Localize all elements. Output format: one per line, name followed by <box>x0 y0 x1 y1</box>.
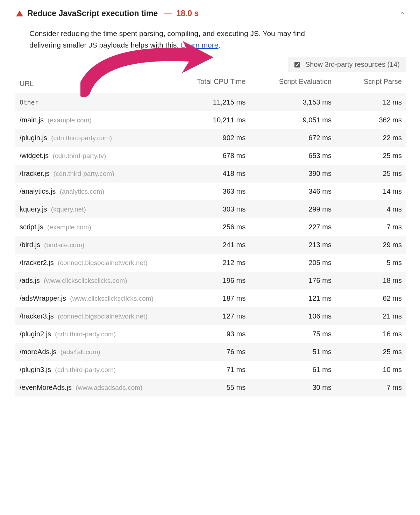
script-path: /tracker2.js <box>20 259 54 266</box>
cell-parse: 10 ms <box>336 361 406 379</box>
script-host: (cdn.third-party.com) <box>53 330 116 338</box>
cell-eval: 653 ms <box>250 147 336 165</box>
audit-title: Reduce JavaScript execution time <box>27 9 158 18</box>
cell-url: /tracker.js (cdn.third-party.com) <box>15 165 183 183</box>
cell-parse: 4 ms <box>336 200 406 218</box>
cell-parse: 362 ms <box>336 111 406 129</box>
cell-eval: 3,153 ms <box>250 93 336 111</box>
script-path: /plugin3.js <box>20 366 51 373</box>
cell-url: /plugin2.js (cdn.third-party.com) <box>15 325 183 343</box>
table-row: /moreAds.js (ads4all.com)76 ms51 ms25 ms <box>15 343 406 361</box>
script-host: (www.clicksclicksclicks.com) <box>42 277 127 284</box>
cell-eval: 390 ms <box>250 165 336 183</box>
cell-parse: 62 ms <box>336 289 406 307</box>
cell-url: /analytics.js (analytics.com) <box>15 183 183 200</box>
cell-cpu: 212 ms <box>183 254 250 272</box>
cell-parse: 29 ms <box>336 236 406 254</box>
cell-cpu: 418 ms <box>183 165 250 183</box>
cell-cpu: 76 ms <box>183 343 250 361</box>
cell-eval: 9,051 ms <box>250 111 336 129</box>
script-path: /analytics.js <box>20 187 56 195</box>
cell-parse: 7 ms <box>336 379 406 396</box>
cell-cpu: 678 ms <box>183 147 250 165</box>
cell-parse: 25 ms <box>336 165 406 183</box>
table-row: /main.js (example.com)10,211 ms9,051 ms3… <box>15 111 406 129</box>
cell-cpu: 256 ms <box>183 218 250 236</box>
script-host: (cdn.third-party.com) <box>53 366 116 373</box>
cell-cpu: 11,215 ms <box>183 93 250 111</box>
cell-url: /plugin3.js (cdn.third-party.com) <box>15 361 183 379</box>
table-header-row: URL Total CPU Time Script Evaluation Scr… <box>15 74 406 93</box>
table-row: /plugin.js (cdn.third-party.com)902 ms67… <box>15 129 406 147</box>
chevron-up-icon <box>400 10 405 15</box>
cell-url: /tracker3.js (connect.bigsocialnetwork.n… <box>15 307 183 325</box>
table-row: /tracker.js (cdn.third-party.com)418 ms3… <box>15 165 406 183</box>
audit-timing: 18.0 s <box>176 9 199 18</box>
script-host: (analytics.com) <box>58 188 104 195</box>
learn-more-link[interactable]: Learn more <box>181 41 218 49</box>
cell-url: /moreAds.js (ads4all.com) <box>15 343 183 361</box>
script-path: /tracker.js <box>20 170 50 177</box>
cell-parse: 14 ms <box>336 183 406 200</box>
script-host: (cdn.third-party.tv) <box>51 152 106 159</box>
cell-url: /plugin.js (cdn.third-party.com) <box>15 129 183 147</box>
script-host: (birdsite.com) <box>42 241 84 249</box>
timing-dash: — <box>164 9 172 18</box>
script-host: (cdn.third-party.com) <box>52 170 114 177</box>
table-row: /adsWrapper.js (www.clicksclicksclicks.c… <box>15 289 406 307</box>
cell-url: /tracker2.js (connect.bigsocialnetwork.n… <box>15 254 183 272</box>
cell-cpu: 10,211 ms <box>183 111 250 129</box>
cell-eval: 299 ms <box>250 200 336 218</box>
table-row: /widget.js (cdn.third-party.tv)678 ms653… <box>15 147 406 165</box>
cell-parse: 22 ms <box>336 129 406 147</box>
cell-url: script.js (example.com) <box>15 218 183 236</box>
script-path: /main.js <box>20 116 44 124</box>
script-path: /plugin.js <box>20 134 47 142</box>
desc-post: . <box>218 41 220 49</box>
script-path: script.js <box>20 223 43 231</box>
cell-eval: 121 ms <box>250 289 336 307</box>
cell-url: /evenMoreAds.js (www.adsadsads.com) <box>15 379 183 396</box>
third-party-toggle[interactable]: Show 3rd-party resources (14) <box>288 57 406 72</box>
script-host: (kquery.net) <box>49 206 86 213</box>
cell-eval: 176 ms <box>250 272 336 289</box>
fail-triangle-icon <box>16 10 23 16</box>
audit-panel: Reduce JavaScript execution time — 18.0 … <box>0 0 420 407</box>
script-path: /evenMoreAds.js <box>20 384 72 391</box>
table-row: /ads.js (www.clicksclicksclicks.com)196 … <box>15 272 406 289</box>
audit-header[interactable]: Reduce JavaScript execution time — 18.0 … <box>15 7 406 22</box>
cell-parse: 18 ms <box>336 272 406 289</box>
script-host: (www.clicksclicksclicks.com) <box>68 295 154 302</box>
script-path: /plugin2.js <box>20 330 51 338</box>
cell-eval: 213 ms <box>250 236 336 254</box>
audit-description: Consider reducing the time spent parsing… <box>29 28 337 51</box>
table-row: /analytics.js (analytics.com)363 ms346 m… <box>15 183 406 200</box>
table-row: /tracker3.js (connect.bigsocialnetwork.n… <box>15 307 406 325</box>
third-party-checkbox[interactable] <box>294 62 300 67</box>
cell-cpu: 303 ms <box>183 200 250 218</box>
cell-eval: 30 ms <box>250 379 336 396</box>
script-host: (connect.bigsocialnetwork.net) <box>56 259 148 266</box>
cell-url: /adsWrapper.js (www.clicksclicksclicks.c… <box>15 289 183 307</box>
collapse-toggle[interactable] <box>398 9 406 18</box>
cell-eval: 51 ms <box>250 343 336 361</box>
script-path: kquery.js <box>20 205 47 213</box>
script-host: (www.adsadsads.com) <box>74 384 142 391</box>
col-parse: Script Parse <box>336 74 406 93</box>
desc-text: Consider reducing the time spent parsing… <box>29 29 305 49</box>
third-party-label: Show 3rd-party resources (14) <box>305 60 400 69</box>
cell-eval: 205 ms <box>250 254 336 272</box>
cell-url: Other <box>15 93 183 111</box>
cell-eval: 227 ms <box>250 218 336 236</box>
scripts-table: URL Total CPU Time Script Evaluation Scr… <box>15 74 406 396</box>
script-path: /tracker3.js <box>20 312 54 320</box>
cell-parse: 21 ms <box>336 307 406 325</box>
cell-url: /main.js (example.com) <box>15 111 183 129</box>
script-host: (ads4all.com) <box>59 348 100 356</box>
script-path: /adsWrapper.js <box>20 294 66 302</box>
script-path: Other <box>20 99 38 106</box>
cell-cpu: 55 ms <box>183 379 250 396</box>
table-row: Other11,215 ms3,153 ms12 ms <box>15 93 406 111</box>
cell-url: /widget.js (cdn.third-party.tv) <box>15 147 183 165</box>
table-row: /tracker2.js (connect.bigsocialnetwork.n… <box>15 254 406 272</box>
